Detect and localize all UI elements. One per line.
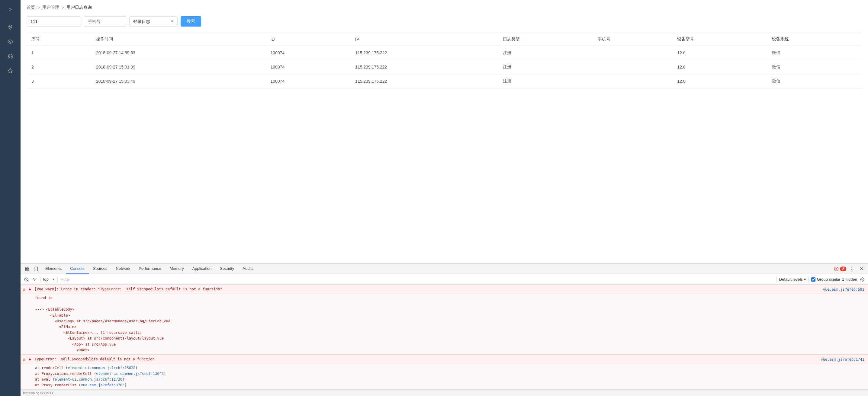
trace-line-4: <ElMain> <box>35 324 866 330</box>
default-levels-arrow: ▾ <box>804 277 806 282</box>
tab-audits[interactable]: Audits <box>238 264 258 274</box>
col-header-id: ID <box>266 33 350 46</box>
trace-line-2: <ElTable> <box>35 313 866 319</box>
tab-sources[interactable]: Sources <box>89 264 112 274</box>
tab-performance[interactable]: Performance <box>134 264 165 274</box>
close-devtools-button[interactable]: ✕ <box>857 265 866 273</box>
error-count-badge: 2 <box>840 266 846 271</box>
group-similar-label[interactable]: Group similar <box>811 277 840 282</box>
search-bar: 登录日志 注册日志 操作日志 搜索 <box>27 16 862 27</box>
stack-link-3[interactable]: element-ui.common.js?ccbf:11730 <box>55 377 122 382</box>
console-settings-icon[interactable] <box>859 276 866 283</box>
trace-line-7: <App> at src/App.vue <box>35 342 866 348</box>
stack-link-1[interactable]: element-ui.common.js?ccbf:13628 <box>68 366 135 370</box>
log-type-select[interactable]: 登录日志 注册日志 操作日志 <box>129 16 178 27</box>
sidebar-item-eye[interactable] <box>4 36 16 48</box>
default-levels-label: Default levels <box>779 277 803 282</box>
context-select-wrapper: top ▼ <box>43 277 55 282</box>
col-header-ip: IP <box>350 33 498 46</box>
col-header-phone: 手机号 <box>593 33 673 46</box>
col-header-system: 设备系统 <box>767 33 862 46</box>
sidebar-item-star[interactable] <box>4 65 16 77</box>
table-cell-1-0: 2 <box>27 60 91 74</box>
error-icon-2: ⊗ <box>23 357 25 363</box>
svg-rect-3 <box>25 267 27 269</box>
vue-warn-error: ⊗ ▶ [Vue warn]: Error in render: "TypeEr… <box>21 285 868 294</box>
vue-warn-trace: found in ---> <ElTableBody> <ElTable> <U… <box>21 294 868 355</box>
filter-icon[interactable] <box>31 276 38 283</box>
trace-line-5: <ElContainer>... (1 recursive calls) <box>35 330 866 336</box>
filter-input[interactable] <box>60 277 774 282</box>
more-options-button[interactable]: ⋮ <box>847 265 856 273</box>
col-header-seq: 序号 <box>27 33 91 46</box>
table-head: 序号 操作时间 ID IP 日志类型 手机号 设备型号 设备系统 <box>27 33 862 46</box>
group-similar-checkbox[interactable] <box>811 277 815 282</box>
breadcrumb: 首页 > 用户管理 > 用户日志查询 <box>27 5 862 10</box>
vue-warn-message: [Vue warn]: Error in render: "TypeError:… <box>34 287 222 291</box>
device-toggle-icon[interactable] <box>32 265 40 273</box>
type-error-row: ⊗ ▶ TypeError: _self.$scopedSlots.defaul… <box>21 355 868 364</box>
breadcrumb-user-manage[interactable]: 用户管理 <box>42 5 59 10</box>
default-levels-button[interactable]: Default levels ▾ <box>779 277 806 282</box>
table-cell-0-5 <box>593 46 673 60</box>
table-cell-0-7: 微信 <box>767 46 862 60</box>
close-errors-icon[interactable] <box>834 266 839 271</box>
tab-network[interactable]: Network <box>112 264 135 274</box>
search-button[interactable]: 搜索 <box>181 16 201 27</box>
svg-marker-2 <box>8 68 13 73</box>
console-output: ⊗ ▶ [Vue warn]: Error in render: "TypeEr… <box>21 285 868 389</box>
vue-warn-link[interactable]: vue.esm.js?efeb:591 <box>823 287 864 292</box>
clear-console-icon[interactable] <box>23 276 30 283</box>
devtools-topbar: Elements Console Sources Network Perform… <box>21 264 868 274</box>
sidebar-item-location[interactable] <box>4 21 16 33</box>
type-error-link[interactable]: vue.esm.js?efeb:1741 <box>821 357 865 362</box>
trace-found-in: found in <box>35 295 866 301</box>
devtools-topbar-right: 2 ⋮ ✕ <box>834 265 866 273</box>
stack-link-4[interactable]: vue.esm.js?efeb:3705 <box>81 383 125 387</box>
trace-line-6: <Layout> at src/components/layout/layout… <box>35 336 866 341</box>
col-header-type: 日志类型 <box>498 33 593 46</box>
table-row: 12018-09-27 14:59:33100074115.239.175.22… <box>27 46 862 60</box>
devtools-tabs: Elements Console Sources Network Perform… <box>41 264 833 274</box>
tab-memory[interactable]: Memory <box>165 264 188 274</box>
tab-application[interactable]: Application <box>188 264 216 274</box>
table-cell-1-4: 注册 <box>498 60 593 74</box>
svg-marker-14 <box>33 278 36 281</box>
stack-link-2[interactable]: element-ui.common.js?ccbf:13643 <box>96 371 164 376</box>
table-cell-1-6: 12.0 <box>672 60 767 74</box>
table-cell-2-3: 115.239.175.222 <box>350 74 498 89</box>
type-error-toggle[interactable]: ▶ <box>29 357 31 361</box>
inspect-element-icon[interactable] <box>23 265 31 273</box>
tab-console[interactable]: Console <box>66 264 89 274</box>
search-input[interactable] <box>27 16 81 27</box>
vue-warn-toggle[interactable]: ▶ <box>29 287 31 291</box>
svg-rect-5 <box>25 269 27 271</box>
sidebar-item-headset[interactable] <box>4 50 16 62</box>
context-select[interactable]: top <box>43 277 55 282</box>
phone-input[interactable] <box>84 16 126 27</box>
group-similar-text: Group similar <box>817 277 840 282</box>
stack-line-4: at Proxy.renderList (vue.esm.js?efeb:370… <box>35 383 866 388</box>
bottom-url: https://blog.xxx.io/111 <box>23 391 55 395</box>
table-cell-2-7: 微信 <box>767 74 862 89</box>
svg-point-15 <box>862 279 863 280</box>
console-bar-divider4 <box>808 277 809 282</box>
table-cell-0-2: 100074 <box>266 46 350 60</box>
tab-security[interactable]: Security <box>216 264 238 274</box>
svg-point-0 <box>10 26 11 28</box>
table-cell-2-0: 3 <box>27 74 91 89</box>
type-error-stack: at renderCell (element-ui.common.js?ccbf… <box>21 364 868 389</box>
trace-spacer <box>35 301 866 307</box>
breadcrumb-home[interactable]: 首页 <box>27 5 35 10</box>
table-cell-2-4: 注册 <box>498 74 593 89</box>
sidebar: » <box>0 0 21 396</box>
table-cell-1-2: 100074 <box>266 60 350 74</box>
svg-rect-4 <box>28 267 29 269</box>
collapse-button[interactable]: » <box>4 3 16 15</box>
tab-elements[interactable]: Elements <box>41 264 66 274</box>
table-cell-1-7: 微信 <box>767 60 862 74</box>
breadcrumb-sep1: > <box>37 5 40 10</box>
main-content: 首页 > 用户管理 > 用户日志查询 登录日志 注册日志 操作日志 搜索 <box>21 0 868 396</box>
table-cell-1-5 <box>593 60 673 74</box>
svg-line-13 <box>25 278 28 280</box>
